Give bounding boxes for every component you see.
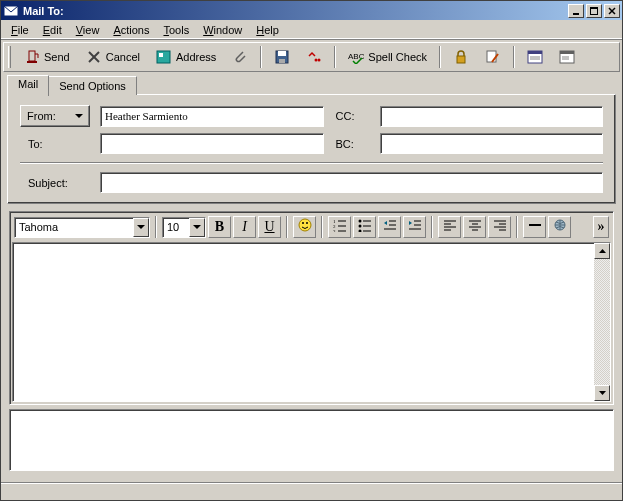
underline-button[interactable]: U (258, 216, 281, 238)
chevron-right-icon: » (598, 219, 605, 235)
indent-button[interactable] (403, 216, 426, 238)
size-value: 10 (167, 221, 187, 233)
scroll-up-button[interactable] (594, 243, 610, 259)
cc-label: CC: (334, 110, 370, 122)
fmt-sep-3 (321, 216, 323, 238)
lock-icon (453, 49, 469, 65)
priority-arrows-icon (306, 49, 322, 65)
maximize-button[interactable] (586, 4, 602, 18)
svg-marker-66 (599, 391, 606, 395)
sign-button[interactable] (478, 45, 508, 69)
tab-mail[interactable]: Mail (7, 75, 49, 96)
cancel-label: Cancel (106, 51, 140, 63)
cancel-button[interactable]: Cancel (79, 45, 147, 69)
bold-button[interactable]: B (208, 216, 231, 238)
hr-button[interactable] (523, 216, 546, 238)
toolbar-overflow-button[interactable]: » (593, 216, 609, 238)
window-buttons (568, 4, 620, 18)
svg-rect-6 (29, 51, 35, 61)
tab-area: Mail Send Options From: CC: To: BC: Subj… (1, 74, 622, 205)
subject-field[interactable] (100, 172, 603, 193)
address-button[interactable]: Address (149, 45, 223, 69)
svg-point-39 (358, 225, 361, 228)
emoticon-button[interactable] (293, 216, 316, 238)
font-combo[interactable]: Tahoma (14, 217, 150, 238)
svg-point-15 (315, 59, 318, 62)
cancel-icon (86, 49, 102, 65)
svg-rect-3 (590, 7, 598, 9)
main-toolbar: Send Cancel Address ABC Spell Check (3, 42, 620, 72)
send-button[interactable]: Send (17, 45, 77, 69)
body-area: Tahoma 10 B I U 123 (9, 211, 614, 405)
editor-scrollbar[interactable] (594, 243, 610, 401)
menu-help[interactable]: Help (250, 22, 285, 38)
align-left-icon (443, 218, 457, 236)
editor-content[interactable] (13, 243, 594, 401)
attach-button[interactable] (225, 45, 255, 69)
titlebar[interactable]: Mail To: (1, 1, 622, 20)
toolbar-sep-2 (334, 46, 336, 68)
fmt-sep-1 (155, 216, 157, 238)
toolbar-sep-1 (260, 46, 262, 68)
scroll-down-button[interactable] (594, 385, 610, 401)
svg-text:3: 3 (333, 229, 336, 232)
numbered-list-button[interactable]: 123 (328, 216, 351, 238)
svg-rect-25 (560, 51, 574, 54)
svg-text:ABC: ABC (348, 52, 364, 61)
align-center-button[interactable] (463, 216, 486, 238)
menubar: File Edit View Actions Tools Window Help (1, 20, 622, 40)
italic-button[interactable]: I (233, 216, 256, 238)
attachment-pane[interactable] (9, 409, 614, 471)
fmt-sep-4 (431, 216, 433, 238)
view-html-button[interactable] (520, 45, 550, 69)
svg-marker-65 (599, 249, 606, 253)
toolbar-grip[interactable] (8, 46, 11, 68)
svg-rect-19 (487, 51, 496, 62)
spellcheck-icon: ABC (348, 49, 364, 65)
bullet-list-button[interactable] (353, 216, 376, 238)
view-plain-button[interactable] (552, 45, 582, 69)
unordered-list-icon (358, 218, 372, 236)
toolbar-sep-4 (513, 46, 515, 68)
indent-icon (408, 218, 422, 236)
bc-label: BC: (334, 138, 370, 150)
spellcheck-button[interactable]: ABC Spell Check (341, 45, 434, 69)
svg-marker-43 (384, 221, 387, 225)
menu-view[interactable]: View (70, 22, 106, 38)
menu-edit[interactable]: Edit (37, 22, 68, 38)
close-button[interactable] (604, 4, 620, 18)
header-form: From: CC: To: BC: Subject: (20, 105, 603, 193)
tab-send-options[interactable]: Send Options (48, 76, 137, 95)
ordered-list-icon: 123 (333, 218, 347, 236)
encrypt-button[interactable] (446, 45, 476, 69)
align-right-button[interactable] (488, 216, 511, 238)
bc-field[interactable] (380, 133, 604, 154)
chevron-down-icon[interactable] (133, 218, 149, 237)
window-title: Mail To: (23, 5, 568, 17)
svg-point-41 (358, 230, 361, 233)
save-button[interactable] (267, 45, 297, 69)
menu-window[interactable]: Window (197, 22, 248, 38)
cc-field[interactable] (380, 106, 604, 127)
scroll-track[interactable] (594, 259, 610, 385)
send-label: Send (44, 51, 70, 63)
address-label: Address (176, 51, 216, 63)
outdent-button[interactable] (378, 216, 401, 238)
align-left-button[interactable] (438, 216, 461, 238)
from-dropdown[interactable]: From: (20, 105, 90, 127)
save-diskette-icon (274, 49, 290, 65)
minimize-button[interactable] (568, 4, 584, 18)
priority-button[interactable] (299, 45, 329, 69)
to-field[interactable] (100, 133, 324, 154)
header-separator (20, 162, 603, 164)
menu-tools[interactable]: Tools (157, 22, 195, 38)
menu-file[interactable]: File (5, 22, 35, 38)
menu-actions[interactable]: Actions (107, 22, 155, 38)
from-field[interactable] (100, 106, 324, 127)
compose-window: Mail To: File Edit View Actions Tools Wi… (0, 0, 623, 501)
size-combo[interactable]: 10 (162, 217, 206, 238)
link-button[interactable] (548, 216, 571, 238)
svg-rect-13 (278, 51, 286, 56)
chevron-down-icon[interactable] (189, 218, 205, 237)
chevron-down-icon (75, 114, 83, 118)
